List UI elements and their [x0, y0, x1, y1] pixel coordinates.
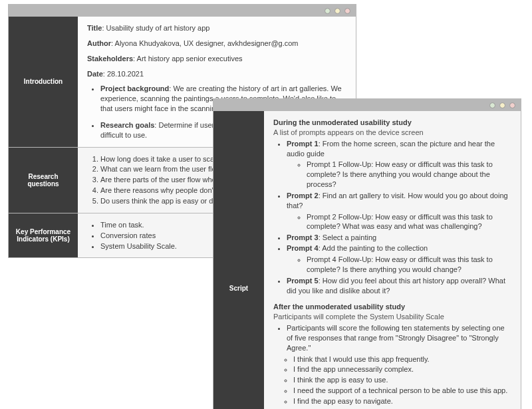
date-value: 28.10.2021: [107, 70, 144, 78]
sus-intro-list: Participants will score the following te…: [287, 323, 511, 353]
titlebar[interactable]: [213, 99, 521, 111]
prompt-item: Prompt 4: Add the painting to the collec…: [287, 243, 511, 275]
close-icon[interactable]: [344, 8, 350, 14]
sus-statement: I find the app unnecessarily complex.: [293, 364, 511, 374]
sus-statement: I find the app easy to navigate.: [293, 396, 511, 406]
date-label: Date: [87, 70, 103, 78]
prompt-item: Prompt 5: How did you feel about this ar…: [287, 276, 511, 296]
introduction-side-label: Introduction: [9, 17, 78, 147]
stakeholders-value: Art history app senior executives: [137, 55, 243, 63]
kpi-side-label: Key Performance Indicators (KPIs): [9, 213, 78, 258]
sus-statement: I need the support of a technical person…: [293, 386, 511, 396]
title-label: Title: [87, 24, 102, 32]
research-questions-side-label: Research questions: [9, 148, 78, 213]
maximize-icon[interactable]: [499, 102, 505, 108]
sus-intro: Participants will score the following te…: [287, 323, 511, 353]
author-label: Author: [87, 39, 111, 47]
author-value: Alyona Khudyakova, UX designer, avkhdesi…: [115, 39, 299, 47]
stakeholders-label: Stakeholders: [87, 55, 133, 63]
maximize-icon[interactable]: [334, 8, 340, 14]
prompt-item: Prompt 1: From the home screen, scan the…: [287, 139, 511, 190]
script-content: During the unmoderated usability study A…: [264, 111, 521, 409]
minimize-icon[interactable]: [325, 8, 331, 14]
prompt-item: Prompt 2: Find an art gallery to visit. …: [287, 191, 511, 231]
prompt-item: Prompt 3: Select a painting: [287, 233, 511, 243]
sus-statements-list: I think that I would use this app freque…: [293, 354, 511, 409]
after-heading: After the unmoderated usability study: [273, 302, 511, 312]
sus-statement: I think that I would use this app freque…: [293, 354, 511, 364]
during-subheading: A list of prompts appears on the device …: [273, 128, 511, 138]
title-value: Usability study of art history app: [106, 24, 210, 32]
script-side-label: Script: [213, 111, 264, 409]
titlebar[interactable]: [9, 5, 356, 17]
sus-statement: I think the app is easy to use.: [293, 375, 511, 385]
prompt-followup: Prompt 1 Follow-Up: How easy or difficul…: [307, 160, 511, 190]
minimize-icon[interactable]: [489, 102, 495, 108]
after-subheading: Participants will complete the System Us…: [273, 312, 511, 322]
during-heading: During the unmoderated usability study: [273, 118, 511, 128]
prompt-list: Prompt 1: From the home screen, scan the…: [287, 139, 511, 296]
prompt-followup: Prompt 4 Follow-Up: How easy or difficul…: [307, 255, 511, 275]
close-icon[interactable]: [509, 102, 515, 108]
prompt-followup: Prompt 2 Follow-Up: How easy or difficul…: [307, 212, 511, 232]
script-window: Script During the unmoderated usability …: [213, 98, 521, 409]
